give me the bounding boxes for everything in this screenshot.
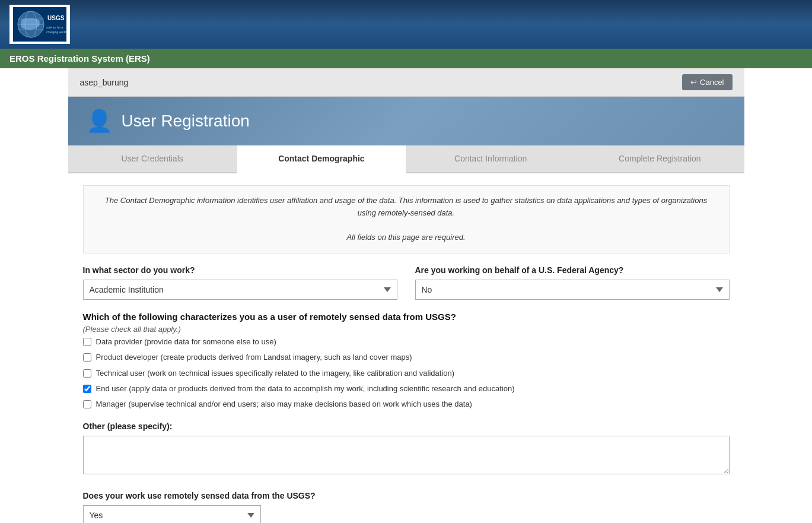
tab-contact-information[interactable]: Contact Information: [406, 145, 575, 172]
svg-text:science for a: science for a: [46, 26, 63, 29]
other-label: Other (please specify):: [83, 421, 730, 431]
info-line1: The Contact Demographic information iden…: [95, 195, 717, 207]
tab-user-credentials[interactable]: User Credentials: [68, 145, 237, 172]
checkbox-technical-user-input[interactable]: [83, 369, 91, 378]
tab-complete-registration[interactable]: Complete Registration: [575, 145, 744, 172]
remotely-sensed-select[interactable]: Yes No: [83, 505, 261, 523]
cancel-button[interactable]: ↩ Cancel: [682, 74, 732, 90]
federal-select[interactable]: No Yes: [415, 280, 730, 300]
info-line2: using remotely-sensed data.: [95, 207, 717, 220]
checkbox-product-developer[interactable]: Product developer (create products deriv…: [83, 352, 730, 363]
characterize-checkboxes: Data provider (provide data for someone …: [83, 337, 730, 410]
system-title: EROS Registration System (ERS): [9, 53, 150, 64]
page-header: 👤 User Registration: [68, 97, 744, 145]
sector-group: In what sector do you work? Academic Ins…: [83, 265, 397, 300]
username-label: asep_burung: [80, 78, 129, 87]
checkbox-end-user-input[interactable]: [83, 385, 91, 393]
svg-text:changing world: changing world: [46, 30, 66, 34]
info-line3: All fields on this page are required.: [95, 232, 717, 244]
page-title: User Registration: [122, 112, 250, 131]
federal-group: Are you working on behalf of a U.S. Fede…: [415, 265, 730, 300]
tab-user-credentials-label: User Credentials: [121, 154, 183, 163]
usgs-logo-svg: USGS science for a changing world: [13, 7, 66, 42]
user-registration-icon: 👤: [86, 109, 113, 134]
tab-contact-demographic-label: Contact Demographic: [278, 154, 364, 163]
checkbox-manager-label: Manager (supervise technical and/or end …: [96, 399, 472, 410]
tab-complete-registration-label: Complete Registration: [619, 154, 701, 163]
checkbox-end-user[interactable]: End user (apply data or products derived…: [83, 383, 730, 394]
content-area: The Contact Demographic information iden…: [68, 173, 744, 523]
info-block: The Contact Demographic information iden…: [83, 185, 730, 253]
svg-text:USGS: USGS: [47, 15, 65, 21]
checkbox-technical-user-label: Technical user (work on technical issues…: [96, 368, 455, 379]
checkbox-manager-input[interactable]: [83, 400, 91, 408]
remotely-sensed-label: Does your work use remotely sensed data …: [83, 491, 730, 500]
user-bar: asep_burung ↩ Cancel: [68, 68, 744, 97]
checkbox-data-provider-input[interactable]: [83, 338, 91, 346]
remotely-sensed-section: Does your work use remotely sensed data …: [83, 491, 730, 523]
checkbox-data-provider[interactable]: Data provider (provide data for someone …: [83, 337, 730, 347]
checkbox-product-developer-input[interactable]: [83, 353, 91, 362]
checkbox-data-provider-label: Data provider (provide data for someone …: [96, 337, 276, 347]
tabs-container: User Credentials Contact Demographic Con…: [68, 145, 744, 173]
tab-contact-demographic[interactable]: Contact Demographic: [237, 145, 406, 173]
checkbox-manager[interactable]: Manager (supervise technical and/or end …: [83, 399, 730, 410]
usgs-logo-box: USGS science for a changing world: [9, 5, 70, 44]
tab-contact-information-label: Contact Information: [454, 154, 527, 163]
checkbox-technical-user[interactable]: Technical user (work on technical issues…: [83, 368, 730, 379]
main-container: asep_burung ↩ Cancel 👤 User Registration…: [68, 68, 744, 523]
sector-select[interactable]: Academic Institution Federal Government …: [83, 280, 397, 300]
other-specify-section: Other (please specify):: [83, 421, 730, 476]
federal-label: Are you working on behalf of a U.S. Fede…: [415, 265, 730, 275]
system-title-bar: EROS Registration System (ERS): [0, 49, 812, 68]
characterize-note: (Please check all that apply.): [83, 325, 730, 334]
header: USGS science for a changing world: [0, 0, 812, 49]
characterize-section: Which of the following characterizes you…: [83, 312, 730, 410]
characterize-question: Which of the following characterizes you…: [83, 312, 730, 322]
other-specify-textarea[interactable]: [83, 436, 730, 474]
checkbox-end-user-label: End user (apply data or products derived…: [96, 383, 515, 394]
logo-container: USGS science for a changing world: [9, 5, 76, 44]
sector-label: In what sector do you work?: [83, 265, 397, 275]
checkbox-product-developer-label: Product developer (create products deriv…: [96, 352, 412, 363]
sector-federal-row: In what sector do you work? Academic Ins…: [83, 265, 730, 300]
cancel-icon: ↩: [690, 78, 697, 87]
cancel-label: Cancel: [700, 78, 724, 87]
